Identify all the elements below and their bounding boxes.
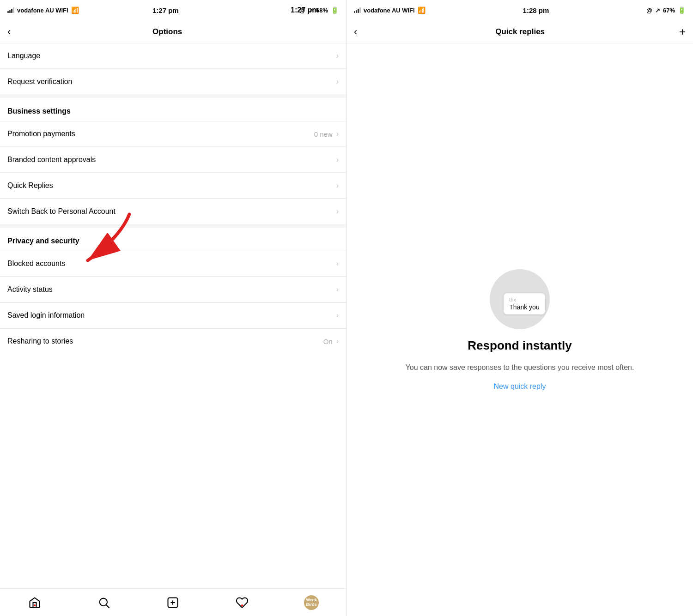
- quick-replies-empty-state: thx Thank you Respond instantly You can …: [346, 43, 693, 616]
- chevron-icon: ›: [336, 337, 339, 345]
- right-gps-icon: ↗: [655, 7, 660, 14]
- right-battery-area: @ ↗ 67% 🔋: [646, 6, 686, 14]
- home-tab[interactable]: [0, 596, 69, 609]
- quick-replies-item[interactable]: Quick Replies ›: [0, 173, 346, 199]
- left-page-title: Options: [152, 27, 182, 36]
- add-quick-reply-button[interactable]: +: [679, 25, 686, 38]
- svg-point-1: [99, 598, 107, 605]
- general-section: Language › Request verification ›: [0, 43, 346, 94]
- business-section-title: Business settings: [0, 98, 346, 121]
- create-tab[interactable]: [139, 596, 208, 609]
- chevron-icon: ›: [336, 78, 339, 86]
- chevron-icon: ›: [336, 207, 339, 216]
- right-battery-text: 67%: [663, 7, 675, 14]
- blocked-accounts-item[interactable]: Blocked accounts ›: [0, 251, 346, 277]
- promotion-badge: 0 new: [314, 130, 333, 138]
- chevron-icon: ›: [336, 52, 339, 60]
- carrier-text: vodafone AU WiFi: [17, 7, 68, 14]
- respond-subtitle: You can now save responses to the questi…: [406, 362, 634, 373]
- chevron-icon: ›: [336, 260, 339, 268]
- right-status-bar: vodafone AU WiFi 📶 1:28 pm @ ↗ 67% 🔋: [346, 0, 693, 20]
- bubble-shortcut: thx: [509, 297, 539, 302]
- right-carrier-area: vodafone AU WiFi 📶: [354, 6, 426, 14]
- svg-line-2: [106, 605, 109, 608]
- business-section: Business settings Promotion payments 0 n…: [0, 98, 346, 224]
- right-wifi-icon: 📶: [418, 6, 426, 14]
- right-nav-header: ‹ Quick replies +: [346, 20, 693, 43]
- left-status-bar: vodafone AU WiFi 📶: [7, 6, 79, 14]
- right-page-title: Quick replies: [495, 27, 545, 36]
- search-tab[interactable]: [69, 596, 139, 609]
- resharing-badge: On: [323, 338, 333, 345]
- left-time: 1:27 pm: [291, 6, 318, 14]
- heart-icon: [236, 596, 249, 609]
- language-item[interactable]: Language ›: [0, 43, 346, 69]
- right-location-icon: @: [646, 7, 652, 14]
- promotion-payments-item[interactable]: Promotion payments 0 new ›: [0, 121, 346, 147]
- right-battery-icon: 🔋: [678, 6, 686, 14]
- illustration: thx Thank you: [490, 269, 550, 329]
- switch-personal-item[interactable]: Switch Back to Personal Account ›: [0, 199, 346, 224]
- left-back-button[interactable]: ‹: [7, 24, 14, 40]
- left-time-center: 1:27 pm: [152, 6, 179, 14]
- privacy-section-title: Privacy and security: [0, 228, 346, 251]
- profile-avatar: WeekBirds: [304, 595, 319, 610]
- chevron-icon: ›: [336, 181, 339, 190]
- right-signal-icon: [354, 7, 361, 13]
- right-time: 1:28 pm: [523, 6, 549, 14]
- chevron-icon: ›: [336, 130, 339, 138]
- resharing-stories-item[interactable]: Resharing to stories On ›: [0, 329, 346, 354]
- respond-title: Respond instantly: [468, 338, 571, 353]
- saved-login-item[interactable]: Saved login information ›: [0, 303, 346, 328]
- request-verification-item[interactable]: Request verification ›: [0, 69, 346, 94]
- activity-status-item[interactable]: Activity status ›: [0, 277, 346, 302]
- chevron-icon: ›: [336, 311, 339, 320]
- signal-icon: [7, 7, 14, 13]
- branded-content-item[interactable]: Branded content approvals ›: [0, 147, 346, 173]
- activity-tab[interactable]: [207, 596, 277, 609]
- search-icon: [97, 596, 110, 609]
- profile-tab[interactable]: WeekBirds: [277, 595, 346, 610]
- quick-reply-bubble: thx Thank you: [504, 293, 545, 314]
- left-nav-header: ‹ Options: [0, 20, 346, 43]
- chevron-icon: ›: [336, 156, 339, 164]
- home-dot: [34, 604, 36, 606]
- privacy-section: Privacy and security Blocked accounts › …: [0, 228, 346, 354]
- create-icon: [166, 596, 179, 609]
- wifi-icon: 📶: [71, 6, 79, 14]
- bubble-message: Thank you: [509, 303, 539, 311]
- right-carrier: vodafone AU WiFi: [364, 7, 415, 14]
- right-back-button[interactable]: ‹: [354, 24, 361, 40]
- new-quick-reply-link[interactable]: New quick reply: [494, 382, 546, 391]
- home-icon: [28, 596, 41, 609]
- battery-icon: 🔋: [331, 6, 339, 14]
- bottom-navigation: WeekBirds: [0, 588, 346, 616]
- activity-dot: [241, 604, 243, 606]
- chevron-icon: ›: [336, 285, 339, 294]
